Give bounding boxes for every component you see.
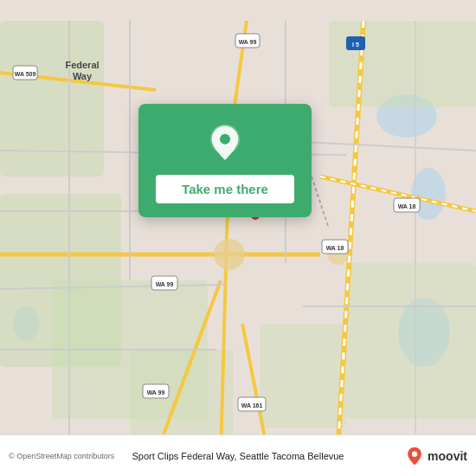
take-me-there-button[interactable]: Take me there xyxy=(156,175,294,203)
svg-line-26 xyxy=(303,142,476,151)
svg-text:WA 509: WA 509 xyxy=(15,71,36,77)
svg-text:WA 99: WA 99 xyxy=(156,281,174,287)
svg-text:WA 18: WA 18 xyxy=(398,203,416,209)
svg-point-54 xyxy=(220,134,230,145)
moovit-pin-icon xyxy=(405,447,424,466)
svg-text:Federal: Federal xyxy=(65,60,99,70)
svg-text:Way: Way xyxy=(73,71,93,81)
svg-rect-8 xyxy=(346,263,476,419)
map-roads: WA 509 I 5 WA 99 WA 18 WA 18 WA 99 WA 99… xyxy=(0,0,476,476)
svg-point-55 xyxy=(412,451,417,456)
svg-rect-7 xyxy=(329,21,476,107)
location-info-label: Sport Clips Federal Way, Seattle Tacoma … xyxy=(124,451,353,461)
moovit-brand-text: moovit xyxy=(428,449,467,463)
map-container: WA 509 I 5 WA 99 WA 18 WA 18 WA 99 WA 99… xyxy=(0,0,476,476)
svg-point-31 xyxy=(214,239,245,270)
svg-text:WA 99: WA 99 xyxy=(147,389,165,396)
svg-text:WA 99: WA 99 xyxy=(239,39,257,45)
map-copyright: © OpenStreetMap contributors xyxy=(9,452,124,460)
svg-line-52 xyxy=(312,177,329,228)
svg-rect-4 xyxy=(0,21,104,177)
action-card: Take me there xyxy=(138,104,312,217)
svg-rect-9 xyxy=(260,324,346,428)
svg-text:WA 18: WA 18 xyxy=(326,245,344,251)
svg-text:WA 161: WA 161 xyxy=(241,402,263,408)
svg-text:I 5: I 5 xyxy=(352,42,359,48)
moovit-logo: moovit xyxy=(353,447,468,466)
location-pin-icon xyxy=(204,123,246,164)
bottom-bar: © OpenStreetMap contributors Sport Clips… xyxy=(0,434,476,476)
